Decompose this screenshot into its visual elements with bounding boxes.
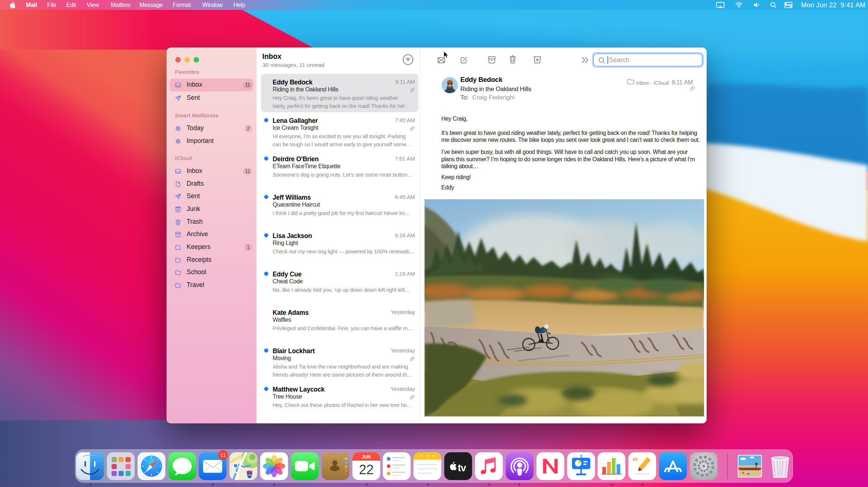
svg-text:JUN: JUN	[362, 454, 371, 460]
svg-text:280: 280	[247, 473, 252, 477]
svg-text:tv: tv	[458, 463, 466, 473]
svg-text:“: “	[632, 455, 638, 467]
svg-text:22: 22	[359, 462, 374, 477]
